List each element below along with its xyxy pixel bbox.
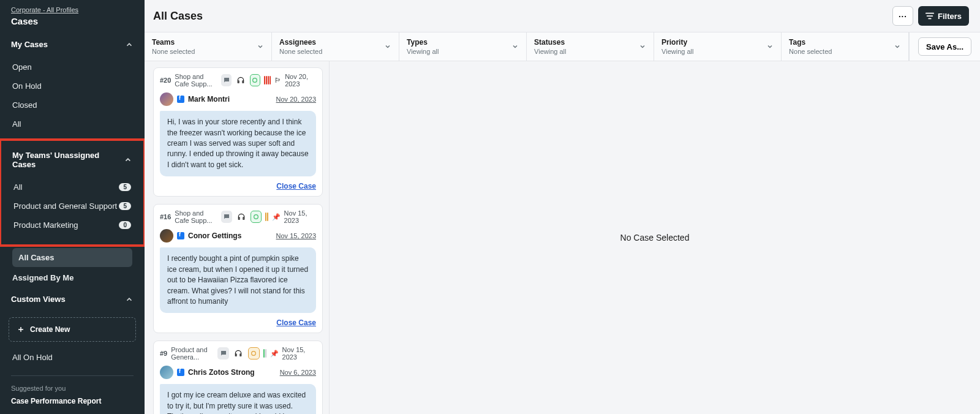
sidebar-item-all[interactable]: All xyxy=(0,115,145,134)
chevron-up-icon xyxy=(125,295,134,304)
sidebar-item-on-hold[interactable]: On Hold xyxy=(0,77,145,96)
svg-point-0 xyxy=(253,78,257,83)
message-date[interactable]: Nov 20, 2023 xyxy=(276,96,316,103)
close-case-link[interactable]: Close Case xyxy=(276,182,316,190)
chevron-down-icon xyxy=(384,43,391,50)
facebook-icon xyxy=(177,232,184,239)
message-date[interactable]: Nov 15, 2023 xyxy=(276,232,316,239)
sidebar-section-custom-views[interactable]: Custom Views xyxy=(0,287,145,311)
case-header-date: Nov 15, 2023 xyxy=(284,209,316,224)
chat-icon xyxy=(221,74,232,86)
facebook-icon xyxy=(177,369,184,376)
case-header: #9 Product and Genera... 📌 Nov 15, 2023 xyxy=(160,346,316,361)
svg-point-1 xyxy=(254,215,258,219)
my-cases-sub: Open On Hold Closed All xyxy=(0,56,145,138)
sidebar-section-label: My Teams' Unassigned Cases xyxy=(12,151,124,169)
avatar xyxy=(160,366,173,379)
case-header-date: Nov 15, 2023 xyxy=(282,346,316,361)
status-open-icon xyxy=(250,74,261,86)
save-as-container: Save As... xyxy=(909,32,980,61)
count-badge: 5 xyxy=(119,183,131,191)
breadcrumb[interactable]: Corporate - All Profiles xyxy=(0,0,145,16)
case-actions: Close Case xyxy=(160,180,316,191)
sidebar-item-all-on-hold[interactable]: All On Hold xyxy=(0,348,145,367)
sidebar-item-assigned-by-me[interactable]: Assigned By Me xyxy=(0,268,145,287)
case-list[interactable]: #20 Shop and Cafe Supp... 🏳 Nov 20, 2023… xyxy=(145,61,330,414)
case-id: #20 xyxy=(160,77,171,84)
case-header: #20 Shop and Cafe Supp... 🏳 Nov 20, 2023 xyxy=(160,73,316,88)
chevron-up-icon xyxy=(124,156,132,164)
chat-icon xyxy=(221,211,232,223)
message-date[interactable]: Nov 6, 2023 xyxy=(280,369,316,376)
chevron-down-icon xyxy=(257,43,264,50)
sidebar-item-open[interactable]: Open xyxy=(0,58,145,77)
avatar xyxy=(160,229,173,243)
filter-assignees[interactable]: AssigneesNone selected xyxy=(272,32,399,61)
sidebar-item-unassigned-product-support[interactable]: Product and General Support 5 xyxy=(1,197,143,216)
content: #20 Shop and Cafe Supp... 🏳 Nov 20, 2023… xyxy=(145,61,980,414)
suggested-link-case-performance[interactable]: Case Performance Report xyxy=(0,392,145,408)
case-card[interactable]: #16 Shop and Cafe Supp... 📌 Nov 15, 2023… xyxy=(153,204,323,333)
sidebar-title: Cases xyxy=(0,16,145,32)
filter-bar: TeamsNone selected AssigneesNone selecte… xyxy=(145,32,980,61)
headset-icon xyxy=(236,211,247,223)
plus-icon: ＋ xyxy=(17,324,25,335)
priority-indicator xyxy=(263,349,266,358)
filter-statuses[interactable]: StatusesViewing all xyxy=(527,32,654,61)
ellipsis-icon: ··· xyxy=(899,12,907,21)
case-header-date: Nov 20, 2023 xyxy=(285,73,316,88)
sidebar-item-unassigned-marketing[interactable]: Product Marketing 0 xyxy=(1,216,143,235)
header-actions: ··· Filters xyxy=(892,6,969,26)
user-name: Mark Montri xyxy=(188,95,230,104)
chevron-down-icon xyxy=(766,43,774,50)
case-detail-empty: No Case Selected xyxy=(330,61,980,414)
chevron-down-icon xyxy=(511,43,519,50)
pin-icon: 📌 xyxy=(270,350,279,358)
count-badge: 0 xyxy=(119,221,131,229)
sidebar-section-my-cases[interactable]: My Cases xyxy=(0,32,145,56)
case-team: Shop and Cafe Supp... xyxy=(175,209,217,224)
unassigned-sub: All 5 Product and General Support 5 Prod… xyxy=(1,176,143,239)
sidebar-item-closed[interactable]: Closed xyxy=(0,96,145,115)
more-options-button[interactable]: ··· xyxy=(892,6,913,26)
chevron-down-icon xyxy=(639,43,646,50)
user-name: Conor Gettings xyxy=(188,231,241,240)
pin-icon: 📌 xyxy=(272,213,281,221)
count-badge: 5 xyxy=(119,202,131,210)
filter-tags[interactable]: TagsNone selected xyxy=(782,32,909,61)
case-id: #16 xyxy=(160,213,171,220)
filter-icon xyxy=(925,12,934,20)
headset-icon xyxy=(235,74,246,86)
case-user-row: Chris Zotos Strong Nov 6, 2023 xyxy=(160,366,316,379)
sidebar: Corporate - All Profiles Cases My Cases … xyxy=(0,0,145,414)
create-new-view-button[interactable]: ＋ Create New xyxy=(9,317,136,342)
filter-teams[interactable]: TeamsNone selected xyxy=(145,32,272,61)
sidebar-item-unassigned-all[interactable]: All 5 xyxy=(1,178,143,197)
page-title: All Cases xyxy=(153,10,203,23)
case-actions: Close Case xyxy=(160,317,316,328)
status-open-icon xyxy=(251,211,262,223)
case-team: Product and Genera... xyxy=(171,346,214,361)
case-user-row: Mark Montri Nov 20, 2023 xyxy=(160,92,316,106)
case-message: I recently bought a pint of pumpkin spik… xyxy=(160,247,316,313)
avatar xyxy=(160,92,173,106)
close-case-link[interactable]: Close Case xyxy=(276,318,316,327)
filter-types[interactable]: TypesViewing all xyxy=(399,32,527,61)
headset-icon xyxy=(233,347,244,359)
filter-priority[interactable]: PriorityViewing all xyxy=(654,32,782,61)
svg-point-2 xyxy=(252,352,256,356)
sidebar-section-unassigned[interactable]: My Teams' Unassigned Cases xyxy=(1,143,143,176)
save-as-button[interactable]: Save As... xyxy=(918,37,971,56)
filters-button[interactable]: Filters xyxy=(918,6,969,26)
case-id: #9 xyxy=(160,350,167,357)
flag-icon: 🏳 xyxy=(274,77,281,84)
chevron-up-icon xyxy=(125,40,134,49)
sidebar-section-label: My Cases xyxy=(11,40,48,49)
priority-indicator xyxy=(264,76,271,85)
facebook-icon xyxy=(177,96,184,103)
case-card[interactable]: #20 Shop and Cafe Supp... 🏳 Nov 20, 2023… xyxy=(153,67,323,197)
highlighted-section: My Teams' Unassigned Cases All 5 Product… xyxy=(0,138,145,247)
case-card[interactable]: #9 Product and Genera... 📌 Nov 15, 2023 … xyxy=(153,341,323,414)
sidebar-item-all-cases[interactable]: All Cases xyxy=(12,248,132,267)
case-message: Hi, I was in your store recently and I t… xyxy=(160,111,316,176)
